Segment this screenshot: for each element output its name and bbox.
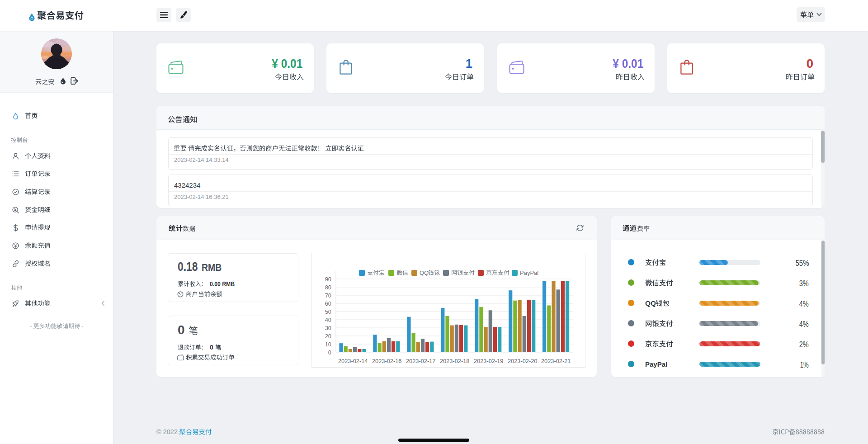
svg-text:0.18: 0.18 [178, 260, 198, 274]
svg-text:0: 0 [178, 323, 185, 337]
svg-text:80: 80 [325, 283, 331, 290]
svg-text:QQ: QQ [420, 269, 429, 276]
svg-text:¥ 0.01: ¥ 0.01 [613, 57, 643, 71]
svg-text:2023-02-14 14:33:14: 2023-02-14 14:33:14 [174, 156, 229, 163]
svg-text:90: 90 [325, 275, 331, 282]
svg-text:PayPal: PayPal [645, 360, 667, 368]
svg-text:0: 0 [807, 57, 813, 71]
svg-text:30: 30 [325, 324, 331, 331]
svg-text:40: 40 [325, 316, 331, 323]
svg-text:QQ: QQ [645, 299, 656, 307]
svg-text:2023-02-21: 2023-02-21 [541, 357, 571, 364]
svg-text:1%: 1% [800, 360, 809, 369]
svg-text:55%: 55% [795, 258, 809, 267]
svg-text:4%: 4% [799, 299, 809, 308]
svg-text:4%: 4% [799, 319, 809, 328]
svg-text:0: 0 [210, 344, 213, 351]
svg-text:2%: 2% [799, 340, 809, 349]
svg-text:RMB: RMB [202, 262, 222, 273]
svg-text:© 2022: © 2022 [156, 428, 178, 435]
svg-text:60: 60 [325, 300, 331, 307]
svg-text:¥ 0.01: ¥ 0.01 [272, 57, 302, 71]
svg-text:70: 70 [325, 292, 331, 298]
svg-text:3%: 3% [799, 279, 809, 288]
svg-text:PayPal: PayPal [520, 269, 538, 276]
svg-text:1: 1 [466, 57, 472, 71]
svg-text:20: 20 [325, 332, 331, 339]
svg-text:10: 10 [325, 340, 331, 347]
svg-text:2023-02-14 16:36:21: 2023-02-14 16:36:21 [174, 194, 229, 200]
svg-text:4324234: 4324234 [174, 181, 200, 189]
svg-text:0.00 RMB: 0.00 RMB [210, 280, 235, 288]
svg-text:0: 0 [328, 349, 331, 355]
svg-text:50: 50 [325, 308, 331, 315]
